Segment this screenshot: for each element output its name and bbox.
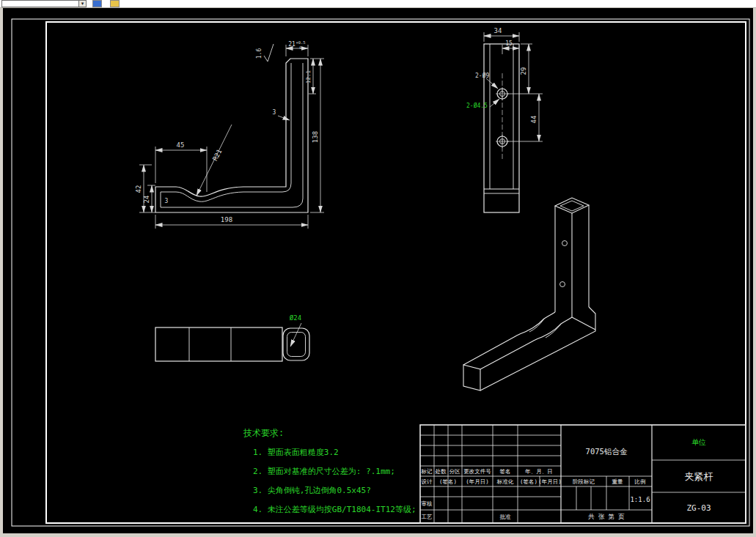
tech-req-item-3: 3. 尖角倒钝,孔边倒角0.5x45? [253, 486, 371, 495]
col-zone: 分区 [449, 468, 461, 475]
col-date: 年、月、日 [524, 468, 553, 475]
row-approve: 批准 [500, 514, 512, 520]
dim-21-tol-upper: +0.5 [296, 40, 305, 45]
row-design: 设计 [422, 478, 433, 485]
dim-wall-3-left: 3 [165, 198, 169, 204]
row-standardization: 标准化 [496, 478, 514, 485]
toolbar-icon-2[interactable] [110, 0, 120, 7]
roughness-value: 1.6 [256, 48, 263, 59]
drawing-number: ZG-03 [686, 503, 711, 513]
tech-req-title: 技术要求: [243, 428, 284, 438]
drawing-canvas: 45 42 24 3 3 198 138 12.1 R21 1.6 21 +0.… [0, 0, 756, 537]
dia-24-label: Ø24 [290, 314, 301, 322]
scale-label: 比例 [635, 478, 646, 485]
col-change-file: 更改文件号 [463, 468, 491, 475]
weight-label: 重量 [612, 478, 624, 485]
model-space-background [3, 7, 753, 533]
col-sign: 签名 [500, 468, 511, 475]
company-name: 单位 [691, 438, 706, 446]
std-sign-placeholder: (签名) [520, 478, 537, 485]
chevron-down-icon[interactable]: ▾ [78, 1, 86, 7]
dim-34: 34 [494, 27, 502, 34]
row-review: 审核 [422, 500, 433, 507]
dim-15: 15 [505, 40, 513, 47]
sheet-info: 共 张 第 页 [587, 513, 624, 520]
tech-req-item-4: 4. 未注公差等级均按GB/T1804-IT12等级; [253, 505, 416, 514]
holes-label-d4-5: 2-Ø4.5 [466, 102, 488, 109]
dim-wall-3-right: 3 [273, 109, 276, 116]
tech-req-item-2: 2. 塑面对基准的尺寸公差为: ?.1mm; [253, 467, 395, 476]
col-mark: 标记 [421, 468, 433, 475]
col-count: 处数 [435, 468, 447, 475]
dim-24: 24 [143, 196, 150, 204]
dim-21: 21 [288, 41, 296, 48]
std-date-placeholder: (年月日) [538, 478, 562, 485]
design-date-placeholder: (年月日) [466, 478, 489, 485]
row-process: 工艺 [422, 514, 433, 520]
design-sign-placeholder: (签名) [439, 478, 457, 485]
dim-45: 45 [177, 141, 185, 149]
scale-value: 1:1.6 [630, 496, 650, 503]
toolbar-icon-1[interactable] [92, 0, 102, 7]
holes-label-d9: 2-Ø9 [475, 72, 489, 79]
material-value: 7075铝合金 [586, 447, 628, 456]
toolbar-dropdown[interactable]: ▾ [1, 0, 87, 7]
dim-198: 198 [221, 216, 232, 223]
dim-21-tol-lower: 0 [299, 45, 301, 50]
part-name: 夹紧杆 [685, 471, 713, 482]
tech-req-item-1: 1. 塑面表面粗糙度3.2 [253, 448, 339, 457]
dim-12-1: 12.1 [305, 70, 312, 84]
dim-29: 29 [520, 67, 527, 75]
cad-window: { "front_view": { "dim_45": "45", "dim_4… [0, 0, 756, 537]
top-toolbar: ▾ [0, 0, 756, 8]
dim-138: 138 [312, 131, 319, 143]
dim-44: 44 [530, 116, 537, 124]
stage-mark-label: 阶段标记 [573, 478, 595, 485]
dim-42: 42 [135, 185, 142, 193]
